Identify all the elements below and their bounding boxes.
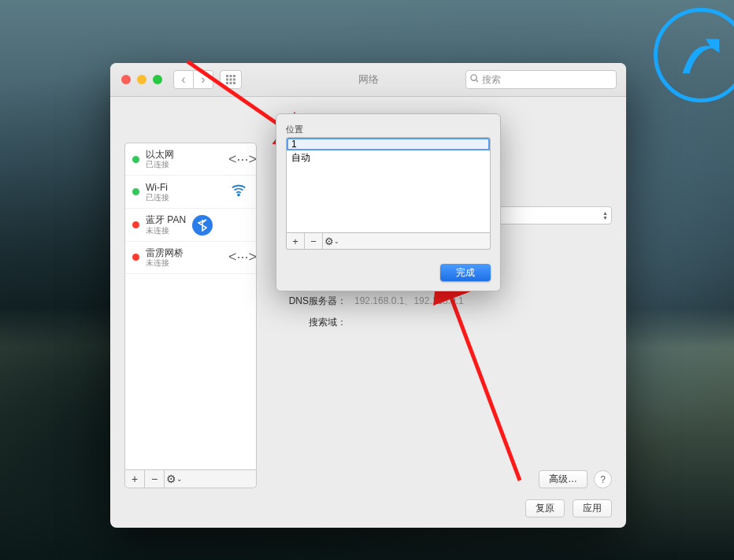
titlebar: ‹ › 网络 搜索 bbox=[110, 63, 626, 97]
dns-value: 192.168.0.1、192.168.0.1 bbox=[354, 295, 464, 308]
svg-rect-0 bbox=[226, 75, 228, 77]
service-name: 蓝牙 PAN bbox=[146, 214, 186, 225]
advanced-button[interactable]: 高级… bbox=[539, 470, 588, 488]
thunderbolt-bridge-icon: <···> bbox=[228, 249, 249, 265]
service-list[interactable]: 以太网已连接 <···> Wi-Fi已连接 蓝牙 PAN未连接 bbox=[124, 143, 257, 470]
service-actions-button[interactable]: ⚙︎⌄ bbox=[165, 470, 184, 488]
service-status: 已连接 bbox=[146, 160, 174, 169]
service-item-wifi[interactable]: Wi-Fi已连接 bbox=[125, 176, 256, 209]
apply-label: 应用 bbox=[583, 502, 602, 515]
show-all-button[interactable] bbox=[220, 70, 242, 89]
svg-rect-3 bbox=[226, 79, 228, 81]
svg-rect-8 bbox=[233, 82, 235, 84]
chevron-down-icon: ⌄ bbox=[334, 238, 339, 245]
service-name: 雷雳网桥 bbox=[146, 247, 184, 258]
location-row[interactable]: 自动 bbox=[287, 150, 490, 165]
chevron-down-icon: ⌄ bbox=[176, 475, 183, 483]
search-domain-label: 搜索域： bbox=[268, 316, 347, 329]
location-row-editing[interactable]: 1 bbox=[287, 138, 490, 150]
ethernet-icon: <···> bbox=[228, 151, 249, 168]
service-status: 已连接 bbox=[146, 193, 169, 202]
apply-button[interactable]: 应用 bbox=[573, 499, 612, 517]
status-dot-icon bbox=[132, 188, 139, 195]
chevron-updown-icon: ▲▼ bbox=[602, 211, 608, 221]
service-item-bluetooth[interactable]: 蓝牙 PAN未连接 bbox=[125, 209, 256, 241]
svg-rect-4 bbox=[230, 79, 232, 81]
close-icon[interactable] bbox=[121, 75, 131, 84]
service-sidebar: 以太网已连接 <···> Wi-Fi已连接 蓝牙 PAN未连接 bbox=[124, 143, 257, 488]
service-item-ethernet[interactable]: 以太网已连接 <···> bbox=[125, 143, 256, 176]
bluetooth-icon bbox=[192, 215, 213, 235]
location-list[interactable]: 1 自动 bbox=[286, 137, 491, 233]
revert-button[interactable]: 复原 bbox=[525, 499, 565, 517]
svg-point-9 bbox=[471, 75, 476, 80]
service-name: Wi-Fi bbox=[146, 182, 169, 193]
zoom-icon[interactable] bbox=[153, 75, 162, 84]
minimize-icon[interactable] bbox=[137, 75, 146, 84]
system-preferences-window: ‹ › 网络 搜索 位 以太网已连接 <···> bbox=[110, 63, 626, 528]
svg-point-11 bbox=[238, 195, 239, 196]
svg-rect-1 bbox=[230, 75, 232, 77]
search-icon bbox=[470, 74, 479, 85]
service-name: 以太网 bbox=[146, 149, 174, 160]
location-name-input[interactable]: 1 bbox=[291, 139, 297, 150]
watermark-icon bbox=[654, 8, 734, 102]
search-input[interactable]: 搜索 bbox=[465, 70, 617, 89]
location-list-label: 位置 bbox=[286, 124, 491, 135]
location-popover: 位置 1 自动 + − ⚙︎⌄ 完成 bbox=[276, 113, 501, 291]
wifi-icon bbox=[228, 181, 249, 202]
advanced-label: 高级… bbox=[549, 473, 577, 486]
location-actions-button[interactable]: ⚙︎⌄ bbox=[323, 233, 340, 249]
dns-label: DNS服务器： bbox=[268, 295, 347, 308]
service-status: 未连接 bbox=[146, 226, 186, 235]
service-status: 未连接 bbox=[146, 258, 184, 268]
sidebar-toolbar: + − ⚙︎⌄ bbox=[124, 470, 257, 488]
svg-rect-2 bbox=[233, 75, 235, 77]
back-button[interactable]: ‹ bbox=[173, 70, 194, 89]
status-dot-icon bbox=[132, 254, 139, 261]
window-controls bbox=[121, 75, 162, 84]
svg-rect-7 bbox=[230, 82, 232, 84]
remove-location-button[interactable]: − bbox=[305, 233, 323, 249]
status-dot-icon bbox=[132, 221, 139, 228]
svg-line-10 bbox=[476, 80, 478, 82]
status-dot-icon bbox=[132, 156, 139, 163]
done-label: 完成 bbox=[456, 266, 475, 280]
gear-icon: ⚙︎ bbox=[324, 235, 334, 247]
search-placeholder: 搜索 bbox=[482, 73, 501, 87]
forward-button[interactable]: › bbox=[194, 70, 213, 89]
remove-service-button[interactable]: − bbox=[145, 470, 165, 488]
add-service-button[interactable]: + bbox=[125, 470, 145, 488]
svg-rect-5 bbox=[233, 79, 235, 81]
revert-label: 复原 bbox=[536, 502, 554, 515]
grid-icon bbox=[226, 75, 235, 84]
done-button[interactable]: 完成 bbox=[440, 264, 491, 281]
gear-icon: ⚙︎ bbox=[166, 473, 176, 485]
service-item-thunderbolt[interactable]: 雷雳网桥未连接 <···> bbox=[125, 242, 256, 274]
add-location-button[interactable]: + bbox=[287, 233, 305, 249]
location-name: 自动 bbox=[291, 152, 310, 163]
svg-rect-6 bbox=[226, 82, 228, 84]
help-button[interactable]: ? bbox=[594, 470, 612, 488]
location-toolbar: + − ⚙︎⌄ bbox=[286, 233, 491, 250]
bottom-buttons: 复原 应用 bbox=[110, 488, 626, 528]
